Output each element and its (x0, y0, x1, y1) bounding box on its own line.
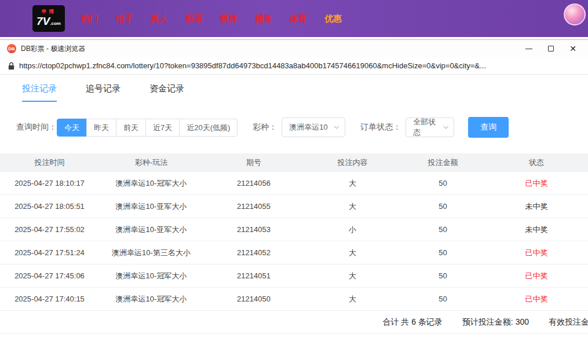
cell-game: 澳洲幸运10-亚军大小 (99, 225, 203, 235)
cell-amount: 50 (401, 179, 485, 187)
browser-app-icon: DB (7, 44, 16, 53)
logo-text-main: 7V.com (36, 16, 61, 30)
filter-bar: 查询时间： 今天 昨天 前天 近7天 近20天(低频) 彩种： 澳洲幸运10 订… (16, 117, 588, 138)
order-status-value: 全部状态 (413, 117, 443, 138)
cell-content: 大 (304, 248, 401, 258)
maximize-button[interactable] (548, 45, 554, 53)
browser-window: DB DB彩票 - 极速浏览器 ✕ https://ctop02pchwp1.z… (0, 39, 588, 364)
cell-amount: 50 (401, 295, 485, 303)
cell-amount: 50 (401, 271, 485, 280)
tab-fund-records[interactable]: 资金记录 (149, 83, 184, 102)
user-avatar[interactable] (564, 3, 586, 25)
cell-time: 2025-04-27 18:05:51 (0, 202, 99, 211)
table-row: 2025-04-27 18:10:17 澳洲幸运10-冠军大小 21214056… (0, 172, 588, 195)
time-filter-yesterday[interactable]: 昨天 (86, 119, 116, 137)
window-titlebar[interactable]: DB DB彩票 - 极速浏览器 ✕ (0, 40, 588, 57)
table-row: 2025-04-27 17:45:06 澳洲幸运10-冠军大小 21214051… (0, 264, 588, 288)
url-text[interactable]: https://ctop02pchwp1.zfnc84.com/lottery/… (19, 61, 486, 70)
lottery-select-label: 彩种： (253, 122, 277, 133)
cell-issue: 21214051 (203, 271, 304, 280)
minimize-icon (525, 49, 532, 49)
cell-issue: 21214056 (203, 179, 304, 187)
time-filter-label: 查询时间： (16, 122, 57, 133)
lottery-select[interactable]: 澳洲幸运10 (282, 117, 345, 137)
time-filter-day-before[interactable]: 前天 (116, 119, 146, 137)
order-status-select[interactable]: 全部状态 (406, 117, 454, 137)
search-button[interactable]: 查询 (468, 117, 509, 138)
cell-game: 澳洲幸运10-冠军大小 (99, 294, 203, 304)
lock-icon (8, 62, 14, 70)
time-filter-last-7-days[interactable]: 近7天 (145, 119, 180, 137)
nav-item-sports[interactable]: 体育 (290, 13, 307, 24)
cell-game: 澳洲幸运10-冠军大小 (99, 271, 203, 281)
cell-time: 2025-04-27 17:55:02 (0, 225, 99, 234)
nav-item-electronic[interactable]: 电子 (116, 13, 133, 24)
cell-time: 2025-04-27 18:10:17 (0, 179, 99, 187)
cell-content: 大 (304, 178, 401, 189)
col-header-time: 投注时间 (0, 157, 99, 168)
maximize-icon (548, 46, 554, 52)
order-status-label: 订单状态： (360, 122, 401, 133)
chevron-down-icon (334, 126, 339, 129)
time-filter-last-20-days[interactable]: 近20天(低频) (179, 119, 238, 137)
status-badge: 已中奖 (485, 178, 588, 189)
cell-time: 2025-04-27 17:40:15 (0, 295, 99, 303)
cell-content: 大 (304, 201, 401, 212)
lottery-select-value: 澳洲幸运10 (289, 122, 327, 133)
col-header-amount: 投注金额 (401, 157, 485, 168)
col-header-status: 状态 (485, 157, 588, 168)
nav-item-lottery[interactable]: 彩票 (185, 13, 203, 24)
close-button[interactable]: ✕ (569, 45, 576, 53)
window-controls: ✕ (525, 45, 581, 53)
col-header-game: 彩种-玩法 (99, 157, 203, 168)
cell-amount: 50 (401, 225, 485, 234)
table-header-row: 投注时间 彩种-玩法 期号 投注内容 投注金额 状态 (0, 153, 588, 172)
record-tabs: 投注记录 追号记录 资金记录 (0, 75, 588, 102)
cell-content: 大 (304, 294, 401, 304)
site-logo[interactable]: 申博 7V.com (32, 5, 65, 32)
col-header-content: 投注内容 (304, 157, 401, 168)
cell-issue: 21214053 (203, 225, 304, 234)
url-bar[interactable]: https://ctop02pchwp1.zfnc84.com/lottery/… (0, 57, 588, 75)
status-badge: 已中奖 (485, 294, 588, 304)
cell-issue: 21214052 (203, 248, 304, 257)
cell-content: 小 (304, 225, 401, 235)
window-title: DB彩票 - 极速浏览器 (21, 44, 85, 54)
cell-amount: 50 (401, 202, 485, 211)
summary-valid-amount: 有效投注金 (549, 317, 588, 328)
top-navigation: 热门 电子 真人 彩票 棋牌 捕鱼 体育 优惠 (81, 13, 342, 24)
cell-issue: 21214050 (203, 295, 304, 303)
summary-expected-amount: 预计投注金额: 300 (462, 317, 529, 328)
status-badge: 未中奖 (485, 225, 588, 235)
table-row: 2025-04-27 17:40:15 澳洲幸运10-冠军大小 21214050… (0, 288, 588, 311)
cell-time: 2025-04-27 17:51:24 (0, 248, 99, 257)
time-filter-group: 今天 昨天 前天 近7天 近20天(低频) (57, 119, 238, 137)
table-row: 2025-04-27 17:51:24 澳洲幸运10-第三名大小 2121405… (0, 241, 588, 264)
cell-issue: 21214055 (203, 202, 304, 211)
cell-game: 澳洲幸运10-第三名大小 (99, 248, 203, 258)
cell-game: 澳洲幸运10-亚军大小 (99, 201, 203, 212)
status-badge: 已中奖 (485, 248, 588, 258)
cell-time: 2025-04-27 17:45:06 (0, 271, 99, 280)
tab-chase-records[interactable]: 追号记录 (86, 83, 120, 102)
table-row: 2025-04-27 18:05:51 澳洲幸运10-亚军大小 21214055… (0, 195, 588, 218)
cell-amount: 50 (401, 248, 485, 257)
summary-total-records: 合计 共 6 条记录 (382, 317, 442, 328)
time-filter-today[interactable]: 今天 (57, 119, 87, 137)
site-topbar: 申博 7V.com 热门 电子 真人 彩票 棋牌 捕鱼 体育 优惠 (0, 0, 588, 37)
col-header-issue: 期号 (203, 157, 304, 168)
cell-content: 大 (304, 271, 401, 281)
nav-item-promotions[interactable]: 优惠 (324, 13, 342, 24)
bet-records-table: 投注时间 彩种-玩法 期号 投注内容 投注金额 状态 2025-04-27 18… (0, 153, 588, 334)
nav-item-board[interactable]: 棋牌 (220, 13, 238, 24)
nav-item-hot[interactable]: 热门 (81, 13, 98, 24)
tab-bet-records[interactable]: 投注记录 (22, 83, 57, 102)
table-summary-row: 合计 共 6 条记录 预计投注金额: 300 有效投注金 (0, 311, 588, 334)
cell-game: 澳洲幸运10-冠军大小 (99, 178, 203, 189)
minimize-button[interactable] (525, 45, 532, 53)
chevron-down-icon (443, 126, 449, 129)
table-row: 2025-04-27 17:55:02 澳洲幸运10-亚军大小 21214053… (0, 218, 588, 241)
status-badge: 已中奖 (485, 271, 588, 281)
nav-item-fishing[interactable]: 捕鱼 (255, 13, 272, 24)
nav-item-live[interactable]: 真人 (151, 13, 168, 24)
